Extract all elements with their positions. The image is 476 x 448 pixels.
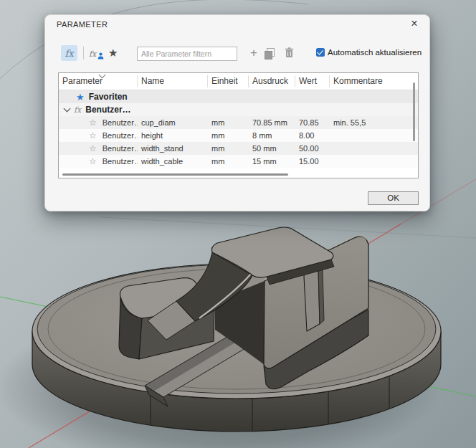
row-unit: mm: [208, 131, 249, 140]
chevron-down-icon[interactable]: [64, 105, 71, 113]
user-person-icon: [97, 52, 104, 59]
favorite-star-icon: ★: [76, 92, 85, 103]
app-window: PARAMETER × fx fx ★ +: [0, 0, 476, 448]
favorite-toggle-icon[interactable]: ☆: [89, 130, 97, 140]
row-unit: mm: [208, 157, 249, 166]
toolbar-divider: [83, 47, 84, 59]
table-header-row: Parameter Name Einheit Ausdruck Wert Kom…: [59, 73, 418, 90]
fx-icon: fx: [74, 105, 81, 115]
row-expression[interactable]: 15 mm: [249, 157, 295, 166]
row-scope: Benutzer…: [103, 144, 138, 153]
row-value: 15.00: [295, 157, 330, 166]
row-unit: mm: [208, 144, 249, 153]
trash-icon: [285, 47, 294, 58]
row-expression[interactable]: 50 mm: [249, 144, 295, 153]
table-row[interactable]: ☆ Benutzer… height mm 8 mm 8.00: [59, 129, 418, 142]
row-unit: mm: [208, 118, 249, 127]
row-value: 8.00: [295, 131, 330, 140]
row-name: cup_diam: [138, 118, 208, 127]
column-header-kommentare[interactable]: Kommentare: [330, 75, 418, 87]
vertical-scrollbar[interactable]: [413, 82, 415, 141]
row-name: width_stand: [138, 144, 208, 153]
row-scope: Benutzer…: [103, 157, 138, 166]
parameter-table: Parameter Name Einheit Ausdruck Wert Kom…: [58, 72, 419, 178]
auto-update-label: Automatisch aktualisieren: [328, 48, 422, 57]
column-header-parameter[interactable]: Parameter: [59, 75, 138, 87]
group-row-benutzer[interactable]: fx Benutzer…: [59, 103, 418, 116]
row-value: 70.85: [295, 118, 330, 127]
add-parameter-button[interactable]: +: [250, 45, 257, 61]
group-label: Favoriten: [89, 92, 128, 102]
row-name: width_cable: [138, 157, 208, 166]
copy-parameter-button[interactable]: [265, 48, 275, 58]
ok-button[interactable]: OK: [368, 191, 419, 205]
row-scope: Benutzer…: [103, 118, 138, 127]
table-row[interactable]: ☆ Benutzer… cup_diam mm 70.85 mm 70.85 m…: [59, 116, 418, 129]
horizontal-scrollbar[interactable]: [62, 173, 288, 176]
column-header-wert[interactable]: Wert: [295, 75, 330, 87]
center-post: [304, 269, 324, 331]
column-header-einheit[interactable]: Einheit: [208, 75, 249, 87]
fx-parameter-mode-button[interactable]: fx: [61, 45, 77, 61]
parameter-filter-input[interactable]: [137, 47, 237, 61]
row-value: 50.00: [295, 144, 330, 153]
column-header-ausdruck[interactable]: Ausdruck: [249, 75, 295, 87]
group-label: Benutzer…: [85, 105, 130, 115]
table-row[interactable]: ☆ Benutzer… width_cable mm 15 mm 15.00: [59, 155, 418, 168]
favorite-toggle-icon[interactable]: ☆: [89, 118, 97, 128]
column-header-name[interactable]: Name: [138, 75, 208, 87]
table-row[interactable]: ☆ Benutzer… width_stand mm 50 mm 50.00: [59, 142, 418, 155]
fx-user-icon: fx: [89, 49, 96, 59]
row-comment[interactable]: min. 55,5: [330, 118, 418, 127]
favorites-filter-button[interactable]: ★: [108, 45, 118, 61]
row-scope: Benutzer…: [103, 131, 138, 140]
fx-user-parameter-button[interactable]: fx: [89, 46, 106, 61]
group-row-favoriten[interactable]: ★ Favoriten: [59, 90, 418, 103]
fx-icon: fx: [65, 48, 73, 59]
parameter-dialog: PARAMETER × fx fx ★ +: [44, 14, 430, 211]
favorite-toggle-icon[interactable]: ☆: [89, 143, 97, 153]
row-expression[interactable]: 70.85 mm: [249, 118, 295, 127]
favorite-toggle-icon[interactable]: ☆: [89, 156, 97, 166]
close-icon[interactable]: ×: [408, 17, 421, 30]
dialog-title: PARAMETER: [57, 20, 108, 29]
row-name: height: [138, 131, 208, 140]
auto-update-checkbox[interactable]: [316, 48, 325, 57]
row-expression[interactable]: 8 mm: [249, 131, 295, 140]
